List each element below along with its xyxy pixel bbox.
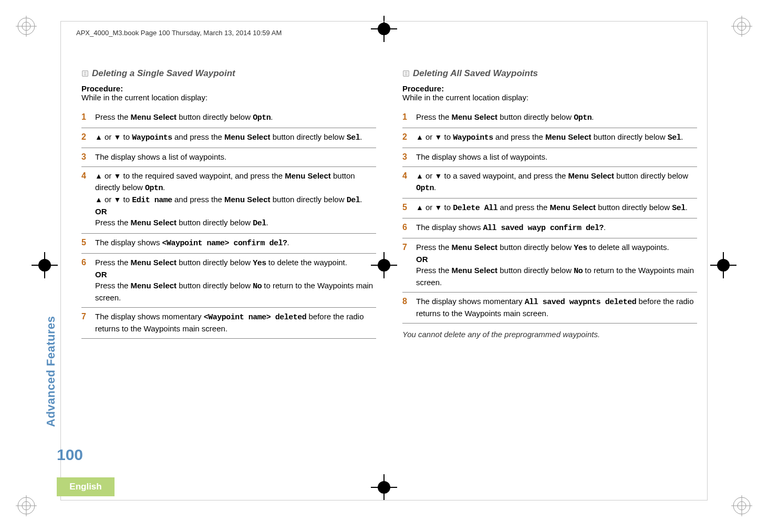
up-arrow-icon: ▲	[95, 172, 102, 180]
procedure-heading: Procedure:	[81, 84, 376, 93]
step-item: Press the Menu Select button directly be…	[81, 108, 376, 128]
bold-text: Menu Select	[131, 112, 177, 121]
ui-label: Edit name	[132, 196, 172, 205]
ui-label: Delete All	[453, 204, 497, 213]
up-arrow-icon: ▲	[416, 172, 423, 180]
step-item: Press the Menu Select button directly be…	[402, 238, 697, 293]
book-icon	[81, 69, 89, 77]
step-item: ▲ or ▼ to Delete All and press the Menu …	[402, 199, 697, 218]
down-arrow-icon: ▼	[114, 195, 121, 204]
step-item: ▲ or ▼ to Waypoints and press the Menu S…	[81, 128, 376, 148]
ui-label: Optn	[145, 184, 163, 193]
ui-label: Yes	[574, 244, 587, 253]
bold-text: OR	[95, 207, 107, 216]
step-item: ▲ or ▼ to the required saved waypoint, a…	[81, 167, 376, 234]
print-mark-icon	[16, 16, 37, 37]
ui-label: Waypoints	[132, 133, 172, 142]
step-item: The display shows a list of waypoints.	[402, 148, 697, 167]
section-title-right: Deleting All Saved Waypoints	[402, 68, 697, 79]
ui-label: Optn	[253, 113, 271, 122]
ui-label: No	[253, 282, 262, 291]
page-number: 100	[57, 446, 83, 464]
note-text: You cannot delete any of the preprogramm…	[402, 330, 697, 339]
down-arrow-icon: ▼	[435, 172, 442, 180]
bold-text: Menu Select	[568, 171, 615, 180]
procedure-heading: Procedure:	[402, 84, 697, 93]
ui-label: Optn	[416, 184, 434, 193]
ui-label: Yes	[253, 259, 266, 268]
print-mark-icon	[16, 495, 37, 516]
bold-text: Menu Select	[285, 171, 331, 180]
step-item: ▲ or ▼ to Waypoints and press the Menu S…	[402, 128, 697, 148]
content-area: Deleting a Single Saved Waypoint Procedu…	[81, 68, 697, 479]
page-header: APX_4000_M3.book Page 100 Thursday, Marc…	[76, 29, 282, 37]
step-item: The display shows All saved wayp confirm…	[402, 218, 697, 238]
step-item: ▲ or ▼ to a saved waypoint, and press th…	[402, 167, 697, 199]
right-column: Deleting All Saved Waypoints Procedure: …	[402, 68, 697, 479]
print-mark-icon	[731, 16, 752, 37]
ui-label: Sel	[347, 133, 360, 142]
ui-label: Waypoints	[453, 133, 493, 142]
ui-label: Del	[347, 196, 360, 205]
ui-label: All saved wayp confirm del?	[483, 224, 604, 233]
procedure-subtext: While in the current location display:	[402, 93, 697, 102]
ui-label: Optn	[574, 113, 591, 122]
language-tab: English	[57, 477, 115, 496]
down-arrow-icon: ▼	[114, 172, 121, 180]
bold-text: Menu Select	[550, 203, 596, 212]
cross-mark-icon	[32, 252, 58, 278]
step-item: The display shows momentary <Waypoint na…	[81, 308, 376, 339]
ui-label: Del	[253, 219, 266, 228]
step-item: The display shows a list of waypoints.	[81, 148, 376, 167]
bold-text: Menu Select	[131, 218, 177, 227]
bold-text: Menu Select	[452, 266, 498, 275]
bold-text: Menu Select	[131, 281, 177, 290]
section-title-text: Deleting a Single Saved Waypoint	[92, 68, 235, 78]
step-item: The display shows <Waypoint name> confir…	[81, 234, 376, 254]
up-arrow-icon: ▲	[95, 133, 102, 141]
bold-text: OR	[95, 270, 107, 279]
bold-text: Menu Select	[452, 112, 498, 121]
ui-label: Sel	[672, 204, 686, 213]
down-arrow-icon: ▼	[435, 133, 442, 141]
bold-text: Menu Select	[545, 132, 591, 141]
steps-list-right: Press the Menu Select button directly be…	[402, 108, 697, 324]
ui-label: <Waypoint name> confirm del?	[162, 239, 287, 248]
ui-label: All saved waypnts deleted	[525, 298, 637, 307]
procedure-subtext: While in the current location display:	[81, 93, 376, 102]
side-label: Advanced Features	[44, 316, 58, 427]
bold-text: Menu Select	[452, 243, 498, 252]
left-column: Deleting a Single Saved Waypoint Procedu…	[81, 68, 376, 479]
section-title-left: Deleting a Single Saved Waypoint	[81, 68, 376, 79]
book-icon	[402, 69, 410, 77]
bold-text: Menu Select	[131, 258, 177, 267]
bold-text: Menu Select	[224, 132, 271, 141]
bold-text: Menu Select	[224, 195, 271, 204]
up-arrow-icon: ▲	[416, 133, 423, 141]
up-arrow-icon: ▲	[416, 203, 423, 212]
ui-label: <Waypoint name> deleted	[204, 313, 307, 322]
step-item: Press the Menu Select button directly be…	[81, 254, 376, 308]
ui-label: Sel	[668, 133, 681, 142]
step-item: The display shows momentary All saved wa…	[402, 293, 697, 324]
section-title-text: Deleting All Saved Waypoints	[413, 68, 538, 78]
steps-list-left: Press the Menu Select button directly be…	[81, 108, 376, 339]
print-mark-icon	[731, 495, 752, 516]
down-arrow-icon: ▼	[114, 133, 121, 141]
step-item: Press the Menu Select button directly be…	[402, 108, 697, 128]
ui-label: No	[574, 267, 583, 276]
up-arrow-icon: ▲	[95, 195, 102, 204]
cross-mark-icon	[710, 252, 736, 278]
down-arrow-icon: ▼	[435, 203, 442, 212]
bold-text: OR	[416, 255, 428, 264]
